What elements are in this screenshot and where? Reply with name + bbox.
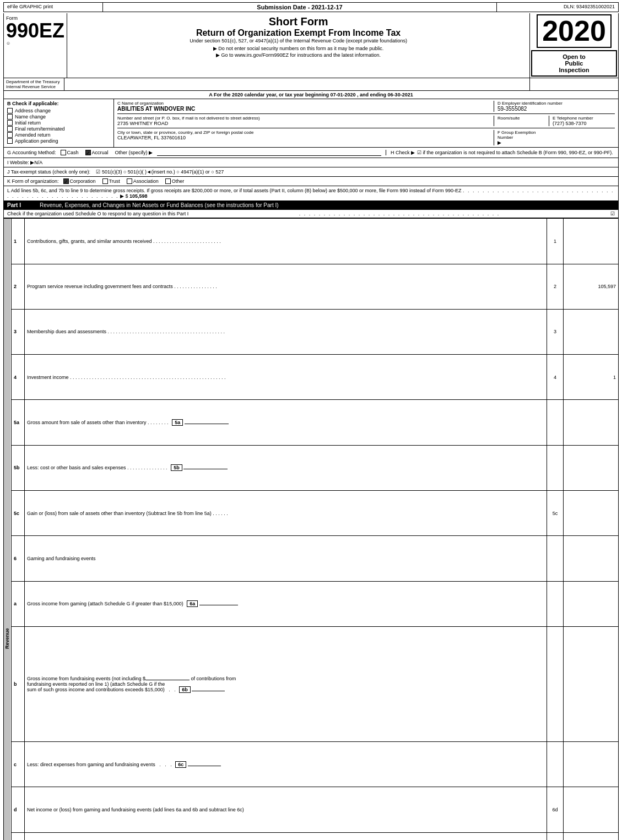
initial-return-label: Initial return: [15, 120, 41, 126]
address-change-checkbox[interactable]: [7, 108, 13, 113]
trust-option[interactable]: Trust: [102, 178, 120, 184]
final-return-checkbox[interactable]: [7, 126, 13, 132]
row6-num: 6: [12, 536, 25, 581]
name-change-label: Name change: [15, 114, 46, 120]
phone-block: E Telephone number (727) 538-7370: [549, 116, 615, 126]
application-pending-row: Application pending: [7, 138, 110, 144]
check-section: B Check if applicable: Address change Na…: [3, 99, 619, 148]
assoc-label: Association: [133, 178, 159, 184]
row6d-linenum: 6d: [547, 787, 564, 832]
ein-value: 59-3555082: [497, 106, 615, 112]
row5c: 5c Gain or (loss) from sale of assets ot…: [4, 491, 619, 536]
accrual-option[interactable]: ✓ Accrual: [85, 150, 109, 155]
assoc-option[interactable]: Association: [127, 178, 159, 184]
5b-subval: [183, 469, 228, 469]
row5b-num: 5b: [12, 445, 25, 490]
d-label: D Employer identification number: [497, 101, 615, 106]
row1-desc: Contributions, gifts, grants, and simila…: [25, 219, 547, 264]
return-title: Return of Organization Exempt From Incom…: [72, 28, 525, 38]
initial-return-row: Initial return: [7, 120, 110, 126]
row4-num: 4: [12, 355, 25, 400]
page: eFile GRAPHIC print Submission Date - 20…: [0, 0, 622, 840]
assoc-checkbox[interactable]: [127, 178, 132, 184]
h-text: ☑ if the organization is not required to…: [417, 150, 613, 155]
dept-label: Department of the Treasury Internal Reve…: [4, 78, 64, 90]
dln: DLN: 93492351002021: [497, 3, 618, 12]
row7a-num: 7a: [12, 832, 25, 840]
b-label: B Check if applicable:: [7, 101, 110, 106]
accrual-checkbox[interactable]: ✓: [85, 150, 91, 155]
org-name: ABILITIES AT WINDOVER INC: [117, 106, 494, 112]
row3-desc: Membership dues and assessments . . . . …: [25, 309, 547, 354]
part1-check-row: Check if the organization used Schedule …: [3, 210, 619, 218]
l-arrow: ▶ $: [120, 193, 128, 199]
room-label: Room/suite: [497, 116, 549, 121]
6c-subcol: 6c: [175, 761, 186, 768]
row5a-linenum: [547, 400, 564, 445]
row6b-amount: [564, 627, 619, 742]
corp-option[interactable]: ✓ Corporation: [63, 178, 96, 184]
check-right: C Name of organization ABILITIES AT WIND…: [114, 99, 618, 147]
row7a-desc: Gross sales of inventory, less returns a…: [25, 832, 547, 840]
trust-label: Trust: [109, 178, 120, 184]
initial-return-checkbox[interactable]: [7, 120, 13, 126]
row2-linenum: 2: [547, 264, 564, 309]
row1-num: 1: [12, 219, 25, 264]
row6a-num: a: [12, 581, 25, 626]
form-subtitle: Under section 501(c), 527, or 4947(a)(1)…: [72, 38, 525, 44]
row4-desc: Investment income . . . . . . . . . . . …: [25, 355, 547, 400]
row4-linenum: 4: [547, 355, 564, 400]
other-checkbox[interactable]: [165, 178, 171, 184]
j-label: J Tax-exempt status (check only one):: [7, 169, 90, 175]
row5b-desc: Less: cost or other basis and sales expe…: [25, 445, 547, 490]
row6b: b Gross income from fundraising events (…: [4, 627, 619, 742]
row4: 4 Investment income . . . . . . . . . . …: [4, 355, 619, 400]
other-option: Other (specify) ▶: [115, 150, 153, 155]
row2: 2 Program service revenue including gove…: [4, 264, 619, 309]
row5b: 5b Less: cost or other basis and sales e…: [4, 445, 619, 490]
revenue-side-label: Revenue: [4, 219, 12, 840]
ein-block: D Employer identification number 59-3555…: [494, 101, 615, 112]
open-to-public: Open toPublicInspection: [531, 50, 617, 77]
5b-subcol: 5b: [171, 464, 182, 471]
address-section: Number and street (or P. O. box, if mail…: [117, 116, 615, 128]
main-header: Form 990EZ ☺ Short Form Return of Organi…: [3, 13, 619, 78]
row6b-num: b: [12, 627, 25, 742]
application-pending-checkbox[interactable]: [7, 138, 13, 144]
other-option[interactable]: Other: [165, 178, 185, 184]
row5c-num: 5c: [12, 491, 25, 536]
accrual-label: Accrual: [92, 150, 109, 155]
f-label: F Group Exemption Number: [497, 130, 615, 140]
cash-option[interactable]: Cash: [61, 150, 79, 155]
city-value: CLEARWATER, FL 337601610: [117, 135, 494, 140]
h-label: H Check ▶: [391, 150, 415, 155]
row6c-amount: [564, 741, 619, 787]
trust-checkbox[interactable]: [102, 178, 108, 184]
tax-year: 2020: [537, 14, 612, 48]
revenue-table: Revenue 1 Contributions, gifts, grants, …: [3, 218, 619, 840]
name-change-checkbox[interactable]: [7, 114, 13, 120]
amended-return-checkbox[interactable]: [7, 132, 13, 138]
h-check-block: H Check ▶ ☑ if the organization is not r…: [386, 150, 615, 155]
6a-subval: [199, 605, 238, 605]
cash-checkbox[interactable]: [61, 150, 66, 155]
year-block: 2020 Open toPublicInspection: [530, 13, 618, 78]
row6c: c Less: direct expenses from gaming and …: [4, 741, 619, 787]
5a-subcol: 5a: [172, 419, 183, 426]
row7a: 7a Gross sales of inventory, less return…: [4, 832, 619, 840]
6c-subval: [188, 766, 221, 766]
row4-amount: 1: [564, 355, 619, 400]
6a-subcol: 6a: [187, 600, 198, 607]
street-block: Number and street (or P. O. box, if mail…: [117, 116, 494, 126]
row6c-desc: Less: direct expenses from gaming and fu…: [25, 741, 547, 787]
other-specify-line: [157, 149, 381, 156]
part1-title: Revenue, Expenses, and Changes in Net As…: [36, 201, 619, 210]
part1-checkbox[interactable]: ☑: [610, 211, 615, 216]
corp-checkbox[interactable]: ✓: [63, 178, 69, 184]
row6b-linenum: [547, 627, 564, 742]
row5c-amount: [564, 491, 619, 536]
row6d-num: d: [12, 787, 25, 832]
row5b-linenum: [547, 445, 564, 490]
row3-amount: [564, 309, 619, 354]
k-label: K Form of organization:: [7, 178, 59, 184]
